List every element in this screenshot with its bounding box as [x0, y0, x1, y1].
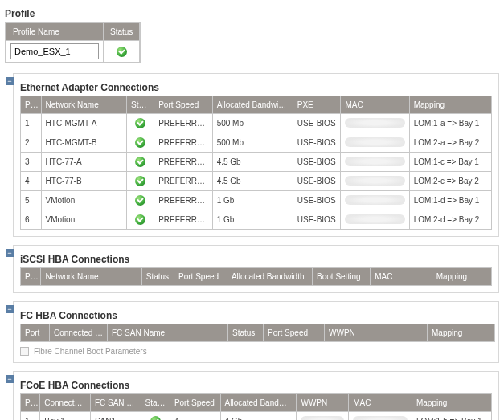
- iscsi-section: iSCSI HBA Connections Port Network Name …: [5, 245, 499, 293]
- cell-status: [127, 210, 154, 230]
- fcoe-section: FCoE HBA Connections Port Connected To F…: [5, 371, 499, 420]
- table-row[interactable]: 4HTC-77-BPREFERRED4.5 GbUSE-BIOSLOM:2-c …: [21, 172, 492, 191]
- iscsi-title: iSCSI HBA Connections: [20, 254, 492, 265]
- cell-speed: PREFERRED: [154, 133, 212, 153]
- col-san: FC SAN Name: [90, 394, 141, 412]
- cell-pxe: USE-BIOS: [293, 133, 341, 153]
- redacted-value: [345, 176, 404, 186]
- col-map: Mapping: [412, 394, 491, 412]
- col-conn: Connected To: [40, 394, 91, 412]
- cell-pxe: USE-BIOS: [293, 210, 341, 230]
- table-row[interactable]: 6VMotionPREFERRED1 GbUSE-BIOSLOM:2-d => …: [21, 210, 492, 230]
- cell-speed: 4: [170, 412, 220, 421]
- ethernet-table: Port Network Name Status Port Speed Allo…: [20, 96, 492, 230]
- cell-status: [127, 114, 154, 133]
- col-pxe: PXE: [293, 96, 341, 114]
- cell-map: LOM:2-c => Bay 2: [409, 172, 491, 191]
- col-bw: Allocated Bandwidth: [220, 394, 297, 412]
- col-wwpn: WWPN: [325, 324, 428, 342]
- redacted-value: [353, 416, 408, 421]
- profile-box: Profile Name Status: [5, 22, 141, 63]
- status-ok-icon: [135, 214, 145, 225]
- table-row[interactable]: 3HTC-77-APREFERRED4.5 GbUSE-BIOSLOM:1-c …: [21, 153, 492, 172]
- profile-name-cell: [6, 41, 104, 63]
- col-bw: Allocated Bandwidth: [212, 96, 293, 114]
- col-speed: Port Speed: [174, 268, 227, 286]
- cell-name: VMotion: [41, 210, 127, 230]
- col-port: Port: [21, 324, 50, 342]
- cell-wwpn: [297, 412, 349, 421]
- cell-speed: PREFERRED: [154, 114, 212, 133]
- col-name: Network Name: [41, 268, 141, 286]
- cell-speed: PREFERRED: [154, 172, 212, 191]
- redacted-value: [345, 157, 404, 166]
- redacted-value: [345, 137, 404, 147]
- status-ok-icon: [135, 118, 145, 128]
- table-row[interactable]: 1Bay 1SAN144 GbLOM:1-b => Bay 1: [21, 412, 492, 421]
- fc-section: FC HBA Connections Port Connected To FC …: [5, 301, 499, 363]
- fcoe-title: FCoE HBA Connections: [20, 380, 492, 391]
- cell-map: LOM:1-a => Bay 1: [409, 114, 491, 133]
- col-mac: MAC: [371, 268, 432, 286]
- collapse-icon[interactable]: [6, 375, 14, 383]
- fc-boot-params[interactable]: Fibre Channel Boot Parameters: [20, 347, 492, 356]
- col-speed: Port Speed: [170, 394, 220, 412]
- col-conn: Connected To: [50, 324, 108, 342]
- cell-name: HTC-77-B: [41, 172, 127, 191]
- col-profile-status: Status: [104, 23, 140, 41]
- cell-map: LOM:2-d => Bay 2: [409, 210, 491, 230]
- collapse-icon[interactable]: [6, 249, 14, 257]
- cell-mac: [341, 172, 409, 191]
- cell-port: 2: [21, 133, 42, 153]
- cell-map: LOM:1-d => Bay 1: [409, 191, 491, 210]
- redacted-value: [345, 195, 404, 205]
- cell-bw: 4 Gb: [220, 412, 297, 421]
- fc-title: FC HBA Connections: [20, 310, 492, 321]
- status-ok-icon: [135, 176, 145, 186]
- profile-title: Profile: [5, 8, 499, 19]
- redacted-value: [345, 118, 404, 128]
- cell-bw: 4.5 Gb: [212, 153, 293, 172]
- cell-bw: 500 Mb: [212, 114, 293, 133]
- cell-map: LOM:2-a => Bay 2: [409, 133, 491, 153]
- ethernet-header-row: Port Network Name Status Port Speed Allo…: [21, 96, 492, 114]
- col-map: Mapping: [432, 268, 491, 286]
- cell-bw: 4.5 Gb: [212, 172, 293, 191]
- profile-name-input[interactable]: [10, 43, 99, 59]
- cell-san: SAN1: [90, 412, 141, 421]
- col-san: FC SAN Name: [108, 324, 228, 342]
- status-ok-icon: [135, 195, 145, 206]
- checkbox-icon[interactable]: [20, 347, 29, 356]
- col-map: Mapping: [428, 324, 495, 342]
- collapse-icon[interactable]: [6, 77, 14, 85]
- collapse-icon[interactable]: [6, 305, 14, 313]
- col-map: Mapping: [409, 96, 491, 114]
- cell-status: [127, 172, 154, 191]
- cell-status: [127, 153, 154, 172]
- cell-mac: [341, 210, 409, 230]
- cell-bw: 1 Gb: [212, 191, 293, 210]
- table-row[interactable]: 2HTC-MGMT-BPREFERRED500 MbUSE-BIOSLOM:2-…: [21, 133, 492, 153]
- cell-name: VMotion: [41, 191, 127, 210]
- cell-port: 1: [21, 114, 42, 133]
- cell-status: [141, 412, 170, 421]
- cell-mac: [341, 153, 409, 172]
- profile-status-cell: [104, 41, 140, 63]
- cell-pxe: USE-BIOS: [293, 172, 341, 191]
- table-row[interactable]: 5VMotionPREFERRED1 GbUSE-BIOSLOM:1-d => …: [21, 191, 492, 210]
- col-mac: MAC: [341, 96, 409, 114]
- status-ok-icon: [117, 47, 127, 57]
- col-port: Port: [21, 96, 42, 114]
- cell-port: 3: [21, 153, 42, 172]
- col-status: Status: [127, 96, 154, 114]
- cell-conn: Bay 1: [40, 412, 91, 421]
- col-profile-name: Profile Name: [6, 23, 104, 41]
- iscsi-table: Port Network Name Status Port Speed Allo…: [20, 267, 492, 286]
- col-status: Status: [141, 268, 174, 286]
- fc-boot-label: Fibre Channel Boot Parameters: [34, 347, 147, 356]
- cell-mac: [341, 133, 409, 153]
- col-bw: Allocated Bandwidth: [227, 268, 312, 286]
- iscsi-header-row: Port Network Name Status Port Speed Allo…: [21, 268, 492, 286]
- cell-port: 1: [21, 412, 40, 421]
- table-row[interactable]: 1HTC-MGMT-APREFERRED500 MbUSE-BIOSLOM:1-…: [21, 114, 492, 133]
